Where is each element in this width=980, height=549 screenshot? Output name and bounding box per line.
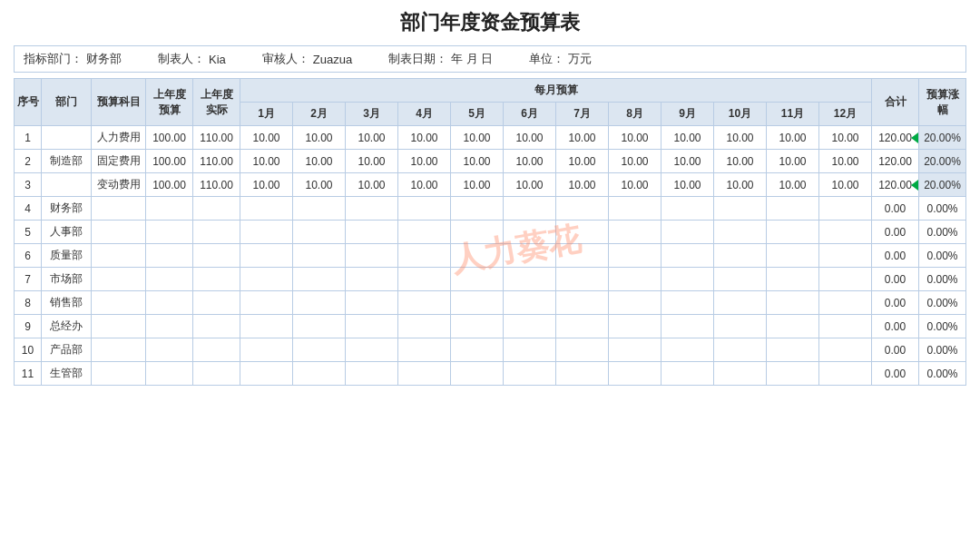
- header-month-1: 1月: [240, 103, 293, 126]
- cell-total: 0.00: [872, 268, 919, 291]
- cell-month-5: [451, 338, 504, 362]
- cell-month-2: [293, 197, 346, 221]
- cell-seq: 4: [15, 197, 42, 221]
- cell-month-12: [819, 244, 872, 268]
- cell-prev-budget: [146, 315, 193, 338]
- cell-seq: 1: [15, 126, 42, 150]
- table-row: 11生管部0.000.00%: [15, 362, 966, 386]
- header-total: 合计: [872, 79, 919, 126]
- cell-month-4: 10.00: [398, 173, 451, 197]
- cell-month-5: [451, 362, 504, 386]
- cell-budget-item: 变动费用: [92, 173, 146, 197]
- cell-month-6: [504, 197, 556, 221]
- cell-month-8: [609, 291, 662, 315]
- page-title: 部门年度资金预算表: [14, 9, 966, 36]
- table-row: 3变动费用100.00110.0010.0010.0010.0010.0010.…: [15, 173, 966, 197]
- header-month-12: 12月: [819, 103, 872, 126]
- cell-month-5: [451, 291, 504, 315]
- table-wrap: 人力葵花 序号 部门 预算科目 上年度预算 上年度实际 每月预算 合计 预算涨幅…: [14, 78, 966, 386]
- cell-month-3: [346, 315, 398, 338]
- cell-month-2: [293, 315, 346, 338]
- header-seq: 序号: [15, 79, 42, 126]
- header-month-8: 8月: [609, 103, 662, 126]
- cell-growth: 0.00%: [919, 291, 966, 315]
- table-row: 5人事部0.000.00%: [15, 221, 966, 244]
- cell-total: 0.00: [872, 291, 919, 315]
- cell-month-5: [451, 268, 504, 291]
- cell-month-10: 10.00: [714, 150, 767, 173]
- cell-month-3: [346, 268, 398, 291]
- cell-month-6: [504, 268, 556, 291]
- cell-month-2: 10.00: [293, 173, 346, 197]
- cell-month-7: [556, 291, 609, 315]
- cell-prev-actual: [193, 197, 240, 221]
- cell-month-1: [240, 197, 293, 221]
- meta-date: 制表日期： 年 月 日: [388, 51, 493, 67]
- cell-month-12: [819, 221, 872, 244]
- cell-prev-actual: [193, 338, 240, 362]
- cell-month-5: 10.00: [451, 173, 504, 197]
- cell-month-3: [346, 362, 398, 386]
- triangle-indicator: [911, 180, 918, 191]
- cell-month-2: [293, 244, 346, 268]
- cell-month-6: 10.00: [504, 126, 556, 150]
- cell-month-11: [767, 338, 819, 362]
- cell-prev-budget: 100.00: [146, 173, 193, 197]
- cell-month-6: [504, 338, 556, 362]
- cell-month-9: [662, 197, 714, 221]
- cell-total: 0.00: [872, 197, 919, 221]
- meta-reviewer: 审核人： Zuazua: [262, 51, 352, 67]
- cell-growth: 20.00%: [919, 126, 966, 150]
- page: 部门年度资金预算表 指标部门： 财务部 制表人： Kia 审核人： Zuazua…: [0, 0, 980, 549]
- cell-month-5: [451, 244, 504, 268]
- cell-growth: 20.00%: [919, 173, 966, 197]
- cell-month-1: [240, 268, 293, 291]
- cell-month-5: [451, 221, 504, 244]
- cell-month-10: [714, 291, 767, 315]
- header-month-10: 10月: [714, 103, 767, 126]
- cell-month-2: [293, 291, 346, 315]
- cell-month-10: [714, 268, 767, 291]
- cell-month-3: 10.00: [346, 126, 398, 150]
- cell-total: 120.00: [872, 173, 919, 197]
- cell-month-6: 10.00: [504, 150, 556, 173]
- cell-month-11: [767, 362, 819, 386]
- cell-month-10: [714, 362, 767, 386]
- cell-budget-item: [92, 244, 146, 268]
- cell-month-10: [714, 197, 767, 221]
- cell-month-7: 10.00: [556, 126, 609, 150]
- meta-unit: 单位： 万元: [529, 51, 592, 67]
- cell-month-10: 10.00: [714, 173, 767, 197]
- cell-month-11: [767, 197, 819, 221]
- cell-budget-item: [92, 221, 146, 244]
- header-month-11: 11月: [767, 103, 819, 126]
- cell-prev-actual: 110.00: [193, 173, 240, 197]
- cell-budget-item: [92, 338, 146, 362]
- cell-month-9: [662, 244, 714, 268]
- cell-seq: 9: [15, 315, 42, 338]
- cell-month-4: [398, 244, 451, 268]
- cell-month-9: 10.00: [662, 173, 714, 197]
- cell-month-2: 10.00: [293, 150, 346, 173]
- cell-prev-actual: [193, 362, 240, 386]
- cell-prev-actual: 110.00: [193, 126, 240, 150]
- cell-month-8: 10.00: [609, 126, 662, 150]
- cell-month-7: [556, 197, 609, 221]
- header-month-4: 4月: [398, 103, 451, 126]
- cell-total: 120.00: [872, 150, 919, 173]
- cell-seq: 10: [15, 338, 42, 362]
- meta-indicator-dept: 指标部门： 财务部: [24, 51, 122, 67]
- cell-month-8: [609, 268, 662, 291]
- header-growth: 预算涨幅: [919, 79, 966, 126]
- header-month-3: 3月: [346, 103, 398, 126]
- cell-prev-budget: 100.00: [146, 150, 193, 173]
- cell-month-9: 10.00: [662, 150, 714, 173]
- cell-month-3: 10.00: [346, 173, 398, 197]
- cell-month-7: [556, 362, 609, 386]
- cell-month-12: [819, 362, 872, 386]
- table-row: 7市场部0.000.00%: [15, 268, 966, 291]
- cell-dept: 生管部: [42, 362, 92, 386]
- cell-month-8: [609, 362, 662, 386]
- cell-dept: 人事部: [42, 221, 92, 244]
- cell-month-1: [240, 362, 293, 386]
